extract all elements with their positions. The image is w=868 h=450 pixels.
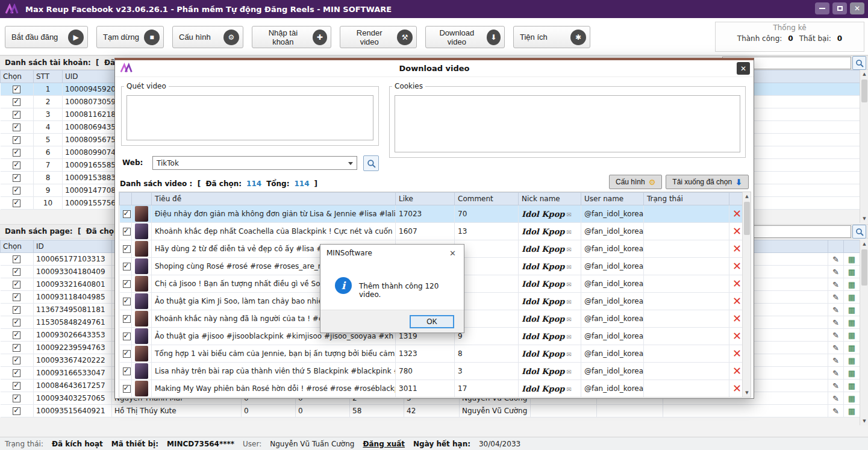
account-checkbox[interactable] [13,187,20,195]
page-grid-icon[interactable]: ▦ [848,318,855,327]
video-row[interactable]: Tổng hợp 1 vài biểu cảm của Jennie, bạn … [120,345,744,363]
account-checkbox[interactable] [13,123,20,131]
scrollbar-thumb[interactable] [744,202,750,235]
account-checkbox[interactable] [13,174,20,182]
scroll-down-icon[interactable]: ▼ [860,214,868,223]
account-checkbox[interactable] [13,86,20,93]
edit-page-icon[interactable]: ✎ [832,331,839,340]
account-checkbox[interactable] [13,98,20,106]
utilities-button[interactable]: Tiện ích✱ [513,26,590,48]
page-grid-icon[interactable]: ▦ [848,331,855,340]
accounts-search-button[interactable] [852,56,866,70]
edit-page-icon[interactable]: ✎ [832,293,839,302]
page-checkbox[interactable] [13,306,20,314]
video-checkbox[interactable] [123,298,131,305]
config-button[interactable]: Cấu hình⚙ [172,26,243,48]
web-select[interactable]: TikTok [152,156,357,170]
edit-page-icon[interactable]: ✎ [832,343,839,352]
dialog-close-button[interactable]: ✕ [737,62,750,75]
page-grid-icon[interactable]: ▦ [848,394,855,403]
page-grid-icon[interactable]: ▦ [848,293,855,302]
download-video-button[interactable]: Download video⬇ [425,26,505,48]
video-row[interactable]: Điệu nhảy đơn giản mà không đơn giản từ … [120,205,744,223]
page-checkbox[interactable] [13,319,20,327]
video-list-scrollbar[interactable]: ▲ ▼ [742,192,751,397]
page-grid-icon[interactable]: ▦ [848,255,855,264]
page-checkbox[interactable] [13,281,20,289]
video-checkbox[interactable] [123,385,131,393]
scrollbar-thumb[interactable] [861,249,867,286]
edit-page-icon[interactable]: ✎ [832,381,839,390]
page-grid-icon[interactable]: ▦ [848,267,855,277]
logout-link[interactable]: Đăng xuất [363,440,405,448]
scroll-down-icon[interactable]: ▼ [860,417,868,425]
scroll-up-icon[interactable]: ▲ [860,240,868,248]
video-checkbox[interactable] [123,367,131,375]
delete-video-icon[interactable]: ✕ [732,296,740,307]
delete-video-icon[interactable]: ✕ [732,226,740,237]
account-checkbox[interactable] [13,136,20,144]
page-checkbox[interactable] [13,357,20,364]
page-checkbox[interactable] [13,382,20,390]
page-grid-icon[interactable]: ▦ [848,305,855,314]
page-grid-icon[interactable]: ▦ [848,343,855,352]
video-checkbox[interactable] [123,228,131,236]
ok-button[interactable]: OK [410,315,454,328]
scroll-up-icon[interactable]: ▲ [743,192,751,201]
cookies-input[interactable] [395,95,740,152]
import-accounts-button[interactable]: Nhập tài khoản✚ [252,26,331,48]
page-checkbox[interactable] [13,369,20,377]
accounts-scrollbar[interactable]: ▲ ▼ [860,70,868,223]
page-grid-icon[interactable]: ▦ [848,280,855,289]
video-row[interactable]: Khoảnh khắc đẹp nhất Coachella của Black… [120,223,744,240]
pages-scrollbar[interactable]: ▲ ▼ [860,240,868,425]
edit-page-icon[interactable]: ✎ [832,267,839,277]
maximize-button[interactable] [832,2,847,14]
dialog-config-button[interactable]: Cấu hình ⚙ [609,175,662,189]
delete-video-icon[interactable]: ✕ [732,331,740,342]
page-checkbox[interactable] [13,344,20,352]
page-checkbox[interactable] [13,395,20,402]
account-checkbox[interactable] [13,111,20,119]
page-checkbox[interactable] [13,407,20,415]
account-checkbox[interactable] [13,199,20,207]
page-checkbox[interactable] [13,255,20,263]
start-posting-button[interactable]: Bắt đầu đăng▶ [5,26,88,48]
message-box-close-button[interactable]: ✕ [446,248,459,259]
scan-search-button[interactable] [363,155,379,171]
video-checkbox[interactable] [123,245,131,253]
close-button[interactable]: ✕ [850,2,864,14]
delete-video-icon[interactable]: ✕ [732,313,740,324]
edit-page-icon[interactable]: ✎ [832,407,839,416]
delete-video-icon[interactable]: ✕ [732,348,740,359]
edit-page-icon[interactable]: ✎ [832,255,839,264]
edit-page-icon[interactable]: ✎ [832,369,839,378]
edit-page-icon[interactable]: ✎ [832,394,839,403]
delete-video-icon[interactable]: ✕ [732,366,740,377]
minimize-button[interactable] [815,2,829,14]
video-checkbox[interactable] [123,210,131,218]
pages-search-button[interactable] [852,225,866,239]
scroll-down-icon[interactable]: ▼ [743,389,751,397]
pause-button[interactable]: Tạm dừng■ [96,26,164,48]
render-video-button[interactable]: Render video⚒ [340,26,417,48]
video-row[interactable]: Making My Way phiên bản Rosé hờn dỗi ! #… [120,380,744,398]
video-checkbox[interactable] [123,315,131,323]
edit-page-icon[interactable]: ✎ [832,356,839,365]
delete-video-icon[interactable]: ✕ [732,261,740,272]
page-grid-icon[interactable]: ▦ [848,381,855,390]
video-checkbox[interactable] [123,333,131,340]
delete-video-icon[interactable]: ✕ [732,208,740,219]
delete-video-icon[interactable]: ✕ [732,383,740,394]
delete-video-icon[interactable]: ✕ [732,278,740,289]
page-grid-icon[interactable]: ▦ [848,356,855,365]
page-grid-icon[interactable]: ▦ [848,369,855,378]
page-row[interactable]: 100093515640921 Hồ Thị Thúy Kute 0 0 58 … [1,405,860,417]
scan-video-input[interactable] [126,95,373,140]
video-row[interactable]: Lisa nhảy trên bài rap của thành viên th… [120,363,744,380]
video-checkbox[interactable] [123,263,131,270]
page-checkbox[interactable] [13,268,20,276]
delete-video-icon[interactable]: ✕ [732,243,740,254]
edit-page-icon[interactable]: ✎ [832,318,839,327]
download-selected-button[interactable]: Tải xuống đã chọn ⬇ [666,175,749,189]
